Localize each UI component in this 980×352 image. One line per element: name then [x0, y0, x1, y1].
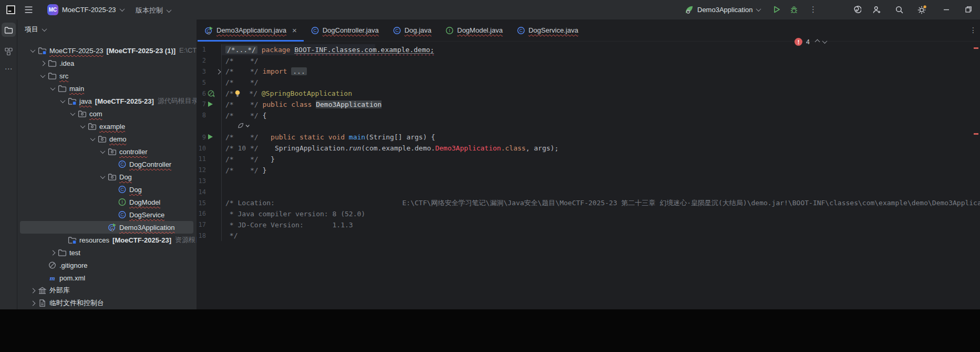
- tree-row-com[interactable]: com: [17, 107, 197, 120]
- chevron-down-icon[interactable]: [40, 73, 46, 78]
- tree-row-Demo3Application[interactable]: CDemo3Application: [20, 221, 193, 234]
- tree-row-label: src: [59, 72, 68, 80]
- chevron-down-icon[interactable]: [70, 110, 76, 116]
- line-number: 6: [197, 90, 206, 97]
- tree-row-main[interactable]: main: [17, 82, 197, 95]
- fold-chevron-icon[interactable]: [216, 69, 221, 74]
- code-token: /* Location: E:\CTF\网络安全学习笔记\漏洞\Java安全\题…: [225, 198, 980, 208]
- more-tool-windows-icon[interactable]: ⋯: [2, 62, 16, 76]
- run-line-marker-icon[interactable]: [208, 134, 213, 139]
- ide-window: MC MoeCTF-2025-23 版本控制 Demo3Application: [0, 0, 980, 309]
- gutter-cell: [206, 66, 221, 77]
- vcs-menu[interactable]: 版本控制: [136, 6, 171, 15]
- tree-row-.gitignore[interactable]: .gitignore: [17, 259, 197, 271]
- editor-tab-DogController.java[interactable]: CDogController.java: [304, 19, 386, 41]
- project-panel-header[interactable]: 项目: [25, 24, 46, 35]
- tree-row-DogService[interactable]: CDogService: [17, 208, 197, 221]
- editor-tab-Demo3Application.java[interactable]: CDemo3Application.java×: [198, 19, 304, 41]
- chevron-down-icon[interactable]: [100, 174, 106, 179]
- line-number: 2: [197, 57, 206, 64]
- tree-row-.idea[interactable]: .idea: [17, 57, 197, 69]
- code-viewer: 1/*...*/ package BOOT-INF.classes.com.ex…: [197, 42, 980, 241]
- chevron-right-icon[interactable]: [40, 61, 46, 66]
- tree-row-MoeCTF-2025-23[interactable]: MoeCTF-2025-23[MoeCTF-2025-23 (1)]E:\CTF…: [17, 44, 197, 57]
- main-menu-hamburger-icon[interactable]: [24, 6, 33, 14]
- tree-row-pom.xml[interactable]: mpom.xml: [17, 271, 197, 284]
- tree-row-test[interactable]: test: [17, 246, 197, 259]
- tree-row-controller[interactable]: controller: [17, 145, 197, 158]
- gutter-cell: [206, 176, 221, 187]
- spring-bean-gutter-icon[interactable]: [207, 89, 215, 97]
- debug-button[interactable]: [790, 5, 798, 14]
- code-vision-inlay-icon[interactable]: [238, 123, 251, 129]
- project-tool-window-button[interactable]: [2, 23, 16, 37]
- run-line-marker-icon[interactable]: [208, 102, 213, 107]
- settings-gear-icon[interactable]: [917, 5, 926, 15]
- tree-row-resources[interactable]: resources[MoeCTF-2025-23]资源根目录: [17, 234, 197, 246]
- tree-row-demo[interactable]: demo: [17, 133, 197, 145]
- intention-bulb-icon[interactable]: [234, 89, 241, 97]
- chevron-down-icon[interactable]: [100, 148, 106, 154]
- project-switcher[interactable]: MoeCTF-2025-23: [62, 6, 124, 14]
- editor-tab-DogModel.java[interactable]: IDogModel.java: [438, 19, 510, 41]
- tree-row-label: .idea: [59, 59, 74, 67]
- inspections-widget[interactable]: ! 4: [795, 38, 827, 46]
- chevron-down-icon: [167, 7, 172, 13]
- tree-row-module-suffix: [MoeCTF-2025-23]: [95, 97, 154, 105]
- previous-error-chevron-up-icon[interactable]: [815, 39, 820, 45]
- close-tab-icon[interactable]: ×: [292, 26, 297, 34]
- search-everywhere-icon[interactable]: [895, 5, 904, 14]
- gutter-cell: [206, 219, 221, 230]
- tree-row-example[interactable]: example: [17, 120, 197, 133]
- minimize-window-button[interactable]: [942, 5, 951, 14]
- left-tool-strip: ⋯: [0, 19, 17, 309]
- tree-row-label: Demo3Application: [119, 224, 175, 232]
- project-badge[interactable]: MC: [47, 4, 58, 15]
- restore-window-button[interactable]: [964, 5, 973, 14]
- chevron-down-icon[interactable]: [80, 123, 86, 128]
- tree-row-临时文件和控制台[interactable]: 临时文件和控制台: [17, 297, 197, 309]
- more-run-actions-kebab-icon[interactable]: ⋮: [809, 5, 818, 14]
- structure-tool-window-button[interactable]: [2, 44, 16, 58]
- chevron-right-icon[interactable]: [50, 250, 56, 255]
- chevron-down-icon[interactable]: [90, 136, 96, 141]
- tree-row-DogModel[interactable]: IDogModel: [17, 196, 197, 208]
- chevron-down-icon[interactable]: [30, 47, 36, 53]
- tree-row-path-suffix: 源代码根目录: [158, 96, 197, 106]
- chevron-down-icon[interactable]: [60, 98, 66, 103]
- code-token: */: [241, 89, 262, 97]
- svg-text:I: I: [121, 199, 123, 205]
- run-button[interactable]: [772, 5, 781, 14]
- code-with-me-add-user-icon[interactable]: [872, 5, 881, 14]
- tree-row-DogController[interactable]: CDogController: [17, 158, 197, 170]
- gutter-cell: [206, 165, 221, 176]
- gutter-cell: [206, 99, 221, 110]
- tree-row-java[interactable]: java[MoeCTF-2025-23]源代码根目录: [17, 95, 197, 107]
- chevron-right-icon[interactable]: [30, 300, 36, 306]
- chevron-right-icon[interactable]: [30, 288, 36, 293]
- line-number: 11: [197, 155, 206, 163]
- chevron-down-icon[interactable]: [50, 85, 56, 90]
- run-configuration-selector[interactable]: Demo3Application: [685, 5, 760, 14]
- code-line: /* 10 */ SpringApplication.run(com.examp…: [221, 143, 980, 154]
- error-stripe-mark[interactable]: [974, 47, 978, 49]
- vcs-menu-label: 版本控制: [136, 6, 163, 15]
- tree-row-Dog[interactable]: Dog: [17, 170, 197, 183]
- line-number: 3: [197, 68, 206, 75]
- tree-row-src[interactable]: src: [17, 69, 197, 82]
- tree-row-外部库[interactable]: 外部库: [17, 284, 197, 297]
- tree-row-label: demo: [109, 135, 127, 143]
- next-error-chevron-down-icon[interactable]: [822, 38, 828, 44]
- tree-row-Dog[interactable]: CDog: [17, 183, 197, 196]
- editor-tab-Dog.java[interactable]: CDog.java: [386, 19, 438, 41]
- package-icon: [108, 173, 117, 181]
- tab-options-kebab-icon[interactable]: ⋮: [969, 26, 977, 34]
- ide-logo-icon: [6, 5, 15, 14]
- code-row: 12/* */ }: [197, 165, 980, 176]
- line-number: 8: [197, 112, 206, 119]
- editor-tab-DogService.java[interactable]: CDogService.java: [510, 19, 585, 41]
- code-line: /* */ public class Demo3Application: [221, 99, 980, 110]
- code-token: */: [225, 232, 238, 239]
- error-stripe-mark[interactable]: [974, 133, 978, 135]
- ai-assistant-icon[interactable]: [852, 5, 861, 14]
